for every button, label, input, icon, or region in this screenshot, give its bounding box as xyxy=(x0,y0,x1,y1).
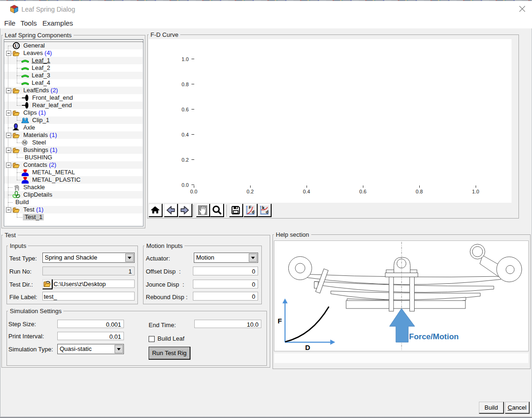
svg-text:U: U xyxy=(14,43,18,48)
svg-text:d: d xyxy=(266,209,269,214)
svg-text:d: d xyxy=(252,209,255,214)
svg-text:D: D xyxy=(305,343,310,351)
svg-text:F: F xyxy=(249,205,252,210)
svg-text:F: F xyxy=(278,317,282,325)
svg-text:Force/Motion: Force/Motion xyxy=(409,332,459,341)
svg-text:k: k xyxy=(262,205,265,210)
